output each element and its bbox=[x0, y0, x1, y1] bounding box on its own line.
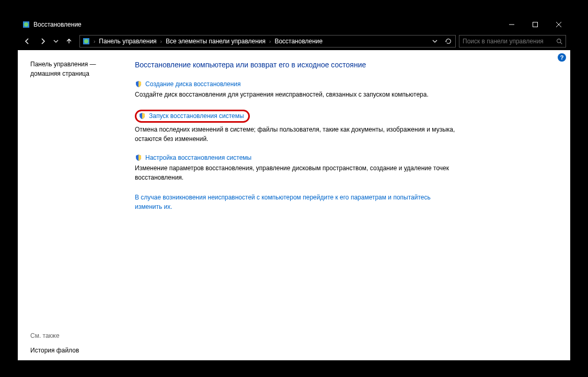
configure-restore-link[interactable]: Настройка восстановления системы bbox=[145, 154, 251, 161]
svg-rect-3 bbox=[533, 22, 537, 27]
refresh-button[interactable] bbox=[442, 36, 455, 47]
titlebar: Восстановление bbox=[18, 17, 570, 32]
navbar: › Панель управления › Все элементы панел… bbox=[18, 32, 570, 50]
sidebar: Панель управления — домашняя страница См… bbox=[18, 50, 133, 360]
breadcrumb-item[interactable]: Все элементы панели управления bbox=[163, 38, 268, 45]
action-system-restore: Запуск восстановления системы Отмена пос… bbox=[135, 110, 539, 144]
forward-button[interactable] bbox=[36, 34, 50, 48]
shield-icon bbox=[135, 80, 142, 88]
action-create-recovery-drive: Создание диска восстановления Создайте д… bbox=[135, 80, 539, 99]
svg-point-1 bbox=[24, 22, 28, 27]
up-button[interactable] bbox=[62, 34, 76, 48]
maximize-button[interactable] bbox=[523, 17, 547, 32]
breadcrumb-item[interactable]: Восстановление bbox=[272, 38, 325, 45]
main-panel: Восстановление компьютера или возврат ег… bbox=[133, 50, 570, 360]
chevron-right-icon: › bbox=[93, 39, 96, 44]
minimize-button[interactable] bbox=[500, 17, 523, 32]
file-history-link[interactable]: История файлов bbox=[30, 347, 126, 354]
content-area: ? Панель управления — домашняя страница … bbox=[18, 50, 570, 360]
shield-icon bbox=[135, 154, 142, 161]
svg-point-8 bbox=[557, 39, 560, 42]
action-description: Создайте диск восстановления для устране… bbox=[135, 90, 459, 99]
svg-line-9 bbox=[560, 42, 562, 44]
action-description: Отмена последних изменений в системе; фа… bbox=[135, 125, 459, 144]
back-button[interactable] bbox=[20, 34, 34, 48]
page-title: Восстановление компьютера или возврат ег… bbox=[135, 61, 539, 69]
action-configure-restore: Настройка восстановления системы Изменен… bbox=[135, 154, 539, 182]
create-recovery-drive-link[interactable]: Создание диска восстановления bbox=[145, 80, 241, 88]
recent-dropdown[interactable] bbox=[51, 34, 61, 48]
search-box[interactable] bbox=[459, 35, 566, 48]
chevron-right-icon: › bbox=[268, 39, 272, 44]
search-button[interactable] bbox=[553, 38, 566, 45]
close-button[interactable] bbox=[547, 17, 570, 32]
window-controls bbox=[500, 17, 570, 32]
window: Восстановление › Панель управления › Все… bbox=[18, 17, 570, 360]
search-input[interactable] bbox=[459, 38, 553, 45]
history-dropdown[interactable] bbox=[428, 36, 442, 47]
action-description: Изменение параметров восстановления, упр… bbox=[135, 163, 459, 182]
app-icon bbox=[22, 20, 30, 29]
window-title: Восстановление bbox=[33, 21, 500, 28]
address-icon bbox=[82, 37, 90, 45]
help-button[interactable]: ? bbox=[558, 53, 566, 62]
chevron-right-icon: › bbox=[159, 39, 163, 44]
address-bar[interactable]: › Панель управления › Все элементы панел… bbox=[79, 35, 456, 48]
svg-point-7 bbox=[84, 39, 88, 43]
breadcrumb: Панель управления › Все элементы панели … bbox=[96, 38, 428, 45]
see-also-label: См. также bbox=[30, 332, 126, 339]
breadcrumb-item[interactable]: Панель управления bbox=[96, 38, 159, 45]
highlight-annotation: Запуск восстановления системы bbox=[135, 110, 250, 123]
system-restore-link[interactable]: Запуск восстановления системы bbox=[149, 112, 244, 120]
shield-icon bbox=[139, 112, 146, 120]
control-panel-home-link[interactable]: Панель управления — домашняя страница bbox=[30, 60, 126, 78]
troubleshoot-settings-link[interactable]: В случае возникновения неисправностей с … bbox=[135, 193, 459, 211]
